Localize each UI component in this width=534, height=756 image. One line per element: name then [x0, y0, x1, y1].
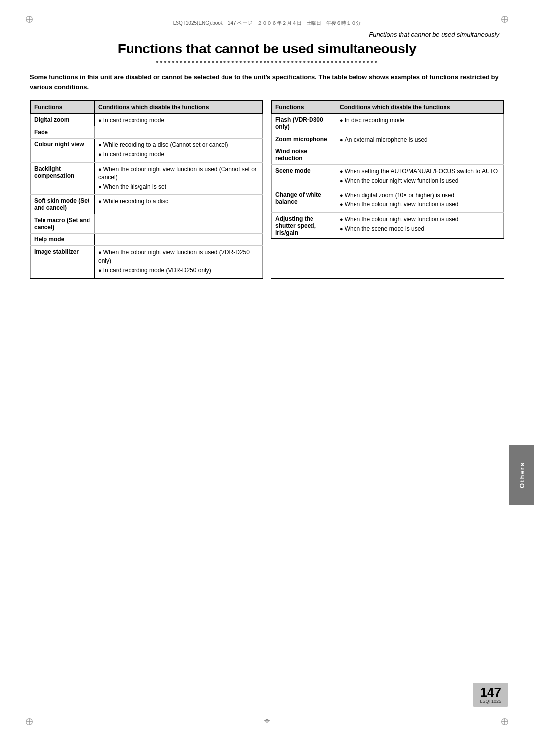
table-row: Image stabilizer When the colour night v…	[31, 245, 263, 278]
intro-paragraph: Some functions in this unit are disabled…	[30, 72, 504, 92]
function-cell: Colour night view	[31, 139, 95, 163]
condition-cell: When the colour night view function is u…	[95, 162, 263, 194]
italic-title-text: Functions that cannot be used simultaneo…	[369, 31, 499, 38]
condition-cell: While recording to a disc	[95, 194, 263, 233]
right-table-block: Functions Conditions which disable the f…	[271, 100, 504, 279]
sidebar-label: Others	[518, 462, 526, 488]
table-row: Change of white balance When digital zoo…	[272, 189, 504, 213]
intro-text: Some functions in this unit are disabled…	[30, 73, 499, 91]
function-cell: Fade	[31, 126, 95, 139]
page-wrapper: LSQT1025(ENG).book 147 ページ ２００６年２月４日 土曜日…	[0, 0, 534, 756]
condition-cell: An external microphone is used	[336, 133, 504, 165]
function-cell: Backlight compensation	[31, 162, 95, 194]
corner-mark-tr	[500, 15, 509, 24]
function-cell: Wind noise reduction	[272, 145, 336, 165]
condition-cell: In card recording mode	[95, 114, 263, 139]
left-table: Functions Conditions which disable the f…	[30, 101, 263, 278]
meta-line: LSQT1025(ENG).book 147 ページ ２００６年２月４日 土曜日…	[30, 20, 504, 27]
table-row: Adjusting the shutter speed, iris/gain W…	[272, 213, 504, 239]
condition-cell: In disc recording mode	[336, 114, 504, 133]
page-number-box: 147 LSQT1025	[473, 683, 508, 707]
main-title: Functions that cannot be used simultaneo…	[30, 41, 504, 57]
right-table: Functions Conditions which disable the f…	[271, 101, 504, 239]
corner-mark-tl	[25, 15, 34, 24]
table-row: Soft skin mode (Set and cancel) While re…	[31, 194, 263, 214]
function-cell: Zoom microphone	[272, 133, 336, 145]
table-row: Colour night view While recording to a d…	[31, 139, 263, 163]
right-col1-header: Functions	[272, 101, 336, 114]
tables-row: Functions Conditions which disable the f…	[30, 100, 504, 279]
page-code: LSQT1025	[480, 699, 501, 704]
book-info-text: LSQT1025(ENG).book 147 ページ ２００６年２月４日 土曜日…	[173, 20, 361, 26]
function-cell: Help mode	[31, 233, 95, 245]
table-row: Zoom microphone An external microphone i…	[272, 133, 504, 145]
corner-mark-bl	[25, 717, 34, 726]
sidebar-tab: Others	[509, 445, 534, 505]
table-row: Backlight compensation When the colour n…	[31, 162, 263, 194]
condition-cell: When the colour night view function is u…	[95, 245, 263, 278]
function-cell: Flash (VDR-D300 only)	[272, 114, 336, 133]
condition-cell	[95, 233, 263, 245]
function-cell: Change of white balance	[272, 189, 336, 213]
function-cell: Scene mode	[272, 165, 336, 189]
page-header-italic: Functions that cannot be used simultaneo…	[30, 31, 504, 38]
left-col2-header: Conditions which disable the functions	[95, 101, 263, 114]
condition-cell: When digital zoom (10× or higher) is use…	[336, 189, 504, 213]
table-row: Scene mode When setting the AUTO/MANUAL/…	[272, 165, 504, 189]
function-cell: Adjusting the shutter speed, iris/gain	[272, 213, 336, 239]
corner-mark-br	[500, 717, 509, 726]
dot-separator-text: ●●●●●●●●●●●●●●●●●●●●●●●●●●●●●●●●●●●●●●●●…	[156, 59, 378, 64]
function-cell: Image stabilizer	[31, 245, 95, 278]
table-row: Help mode	[31, 233, 263, 245]
function-cell: Digital zoom	[31, 114, 95, 126]
left-table-block: Functions Conditions which disable the f…	[30, 100, 263, 279]
condition-cell: When the colour night view function is u…	[336, 213, 504, 239]
condition-cell: While recording to a disc (Cannot set or…	[95, 139, 263, 163]
table-row: Flash (VDR-D300 only) In disc recording …	[272, 114, 504, 133]
table-row: Digital zoom In card recording mode	[31, 114, 263, 126]
center-bottom-mark	[262, 716, 272, 727]
function-cell: Soft skin mode (Set and cancel)	[31, 194, 95, 214]
main-title-text: Functions that cannot be used simultaneo…	[118, 41, 416, 56]
dot-separator: ●●●●●●●●●●●●●●●●●●●●●●●●●●●●●●●●●●●●●●●●…	[30, 59, 504, 64]
condition-cell: When setting the AUTO/MANUAL/FOCUS switc…	[336, 165, 504, 189]
left-col1-header: Functions	[31, 101, 95, 114]
page-number: 147	[480, 686, 501, 699]
right-col2-header: Conditions which disable the functions	[336, 101, 504, 114]
function-cell: Tele macro (Set and cancel)	[31, 214, 95, 233]
